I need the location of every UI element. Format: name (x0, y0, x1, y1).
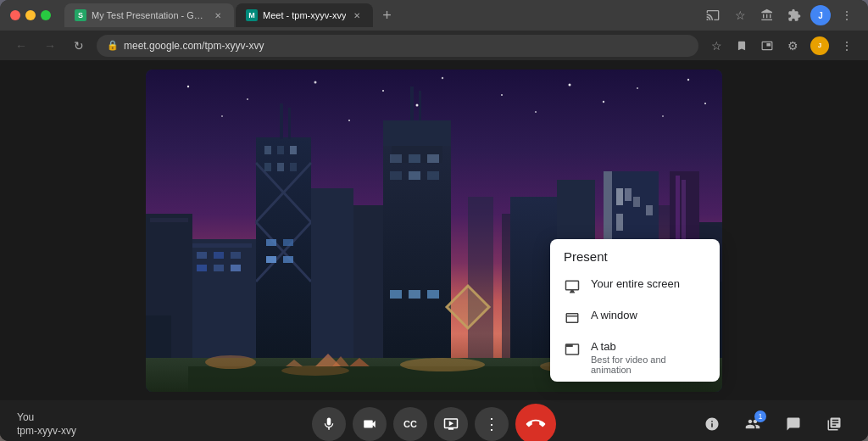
present-screen-label: Your entire screen (591, 277, 680, 290)
svg-rect-57 (390, 154, 402, 163)
reload-button[interactable]: ↻ (68, 35, 90, 57)
meeting-info: You tpm-xyyv-xvy (17, 411, 76, 437)
tab-slides-title: My Test Presentation - Googl... (92, 10, 207, 20)
window-icon (564, 310, 581, 327)
more-options-button[interactable]: ⋮ (475, 407, 509, 441)
captions-button[interactable]: CC (393, 407, 427, 441)
info-button[interactable] (695, 407, 729, 441)
main-content: You tpm-xyyv-xvy CC ⋮ (0, 61, 868, 441)
profile-icon-addressbar[interactable]: J (810, 36, 829, 55)
svg-rect-30 (264, 146, 271, 154)
end-call-button[interactable] (515, 404, 556, 441)
lock-icon: 🔒 (107, 40, 119, 51)
address-bar: ← → ↻ 🔒 meet.google.com/tpm-xyyv-xvy ☆ ⚙… (0, 31, 868, 61)
svg-rect-60 (390, 171, 402, 180)
extension-icon[interactable] (783, 4, 805, 26)
svg-rect-64 (409, 290, 420, 299)
svg-rect-76 (633, 197, 640, 207)
url-bar[interactable]: 🔒 meet.google.com/tpm-xyyv-xvy (97, 35, 698, 57)
svg-rect-77 (646, 205, 653, 215)
tab-slides[interactable]: S My Test Presentation - Googl... ✕ (64, 3, 234, 27)
svg-rect-72 (616, 188, 623, 205)
svg-point-10 (221, 115, 223, 117)
present-tab-label: A tab (591, 340, 706, 353)
svg-rect-63 (390, 290, 402, 299)
meet-favicon: M (246, 9, 258, 21)
svg-point-5 (442, 77, 443, 79)
svg-rect-35 (290, 163, 297, 171)
svg-rect-55 (383, 120, 451, 146)
mic-button[interactable] (312, 407, 346, 441)
svg-point-88 (400, 358, 485, 371)
tab-icon (564, 341, 581, 358)
close-button[interactable] (10, 10, 20, 20)
svg-point-8 (637, 87, 638, 89)
cast-icon[interactable] (702, 4, 724, 26)
svg-rect-65 (427, 290, 439, 299)
url-text: meet.google.com/tpm-xyyv-xvy (124, 40, 264, 52)
bookmark-icon[interactable]: ☆ (729, 4, 751, 26)
tab-meet[interactable]: M Meet - tpm-xyyv-xvy ✕ (236, 3, 373, 27)
forward-button[interactable]: → (39, 35, 61, 57)
svg-rect-24 (280, 103, 283, 139)
svg-point-12 (348, 120, 350, 121)
present-button[interactable] (434, 407, 468, 441)
chat-button[interactable] (776, 407, 810, 441)
svg-point-15 (603, 101, 604, 103)
svg-rect-37 (283, 239, 293, 246)
svg-point-9 (687, 79, 689, 81)
svg-rect-75 (625, 188, 632, 201)
svg-point-7 (569, 84, 571, 87)
tabs-bar: S My Test Presentation - Googl... ✕ M Me… (64, 3, 695, 27)
meeting-id-label: tpm-xyyv-xvy (17, 425, 76, 437)
new-tab-button[interactable]: + (375, 3, 398, 27)
picture-in-picture-icon[interactable] (756, 35, 778, 57)
svg-rect-49 (150, 218, 188, 222)
tab-slides-close[interactable]: ✕ (212, 9, 224, 21)
settings-icon[interactable]: ⚙ (782, 35, 804, 57)
present-window-item[interactable]: A window (550, 302, 720, 333)
svg-point-16 (662, 115, 664, 117)
traffic-lights (10, 10, 51, 20)
right-controls: 1 (695, 407, 851, 441)
back-button[interactable]: ← (10, 35, 32, 57)
maximize-button[interactable] (41, 10, 51, 20)
present-dropdown-title: Present (550, 239, 720, 271)
present-screen-text: Your entire screen (591, 277, 680, 290)
svg-rect-36 (266, 239, 276, 246)
more-menu-icon[interactable]: ⋮ (836, 4, 858, 26)
present-entire-screen-item[interactable]: Your entire screen (550, 271, 720, 302)
you-label: You (17, 411, 76, 423)
chrome-menu-icon[interactable]: ⋮ (836, 35, 858, 57)
camera-button[interactable] (353, 407, 387, 441)
present-tab-item[interactable]: A tab Best for video and animation (550, 333, 720, 382)
svg-point-3 (314, 81, 317, 84)
title-bar: S My Test Presentation - Googl... ✕ M Me… (0, 0, 868, 31)
slides-favicon: S (75, 9, 86, 21)
bookmark-star-icon[interactable]: ☆ (705, 35, 727, 57)
google-apps-icon[interactable] (756, 4, 778, 26)
video-area (0, 61, 868, 400)
bottom-controls-bar: You tpm-xyyv-xvy CC ⋮ (0, 400, 868, 441)
svg-rect-34 (277, 163, 284, 171)
svg-point-13 (416, 104, 419, 107)
svg-point-6 (501, 94, 503, 96)
center-controls: CC ⋮ (312, 404, 556, 441)
activities-button[interactable] (817, 407, 851, 441)
svg-rect-47 (231, 265, 241, 271)
svg-rect-31 (277, 146, 284, 154)
svg-rect-46 (214, 265, 224, 271)
present-window-label: A window (591, 309, 637, 321)
read-later-icon[interactable] (731, 35, 753, 57)
svg-rect-38 (266, 256, 276, 263)
monitor-icon (564, 278, 581, 295)
svg-rect-58 (409, 154, 420, 163)
svg-rect-43 (214, 252, 224, 259)
svg-rect-32 (290, 146, 297, 154)
minimize-button[interactable] (25, 10, 36, 20)
people-button[interactable]: 1 (736, 407, 770, 441)
tab-meet-close[interactable]: ✕ (351, 9, 363, 21)
svg-rect-41 (192, 243, 252, 248)
present-tab-text: A tab Best for video and animation (591, 340, 706, 375)
profile-avatar[interactable]: J (810, 5, 831, 25)
